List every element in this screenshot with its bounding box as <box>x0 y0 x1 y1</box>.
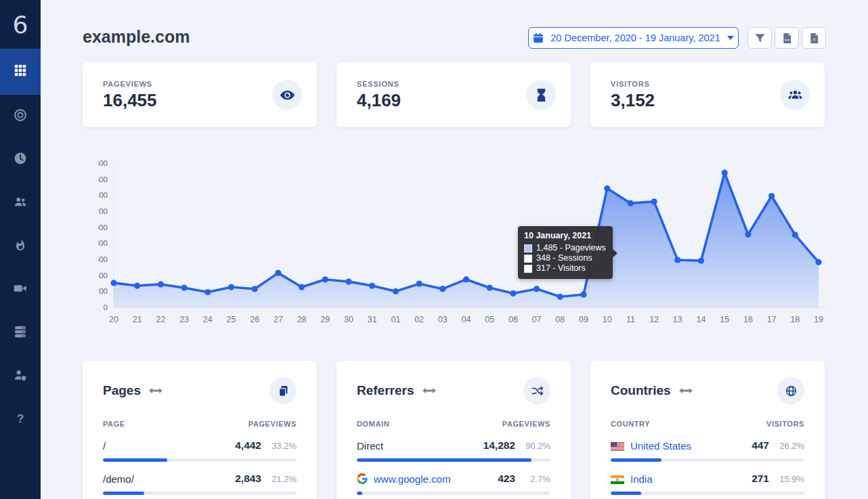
date-range-picker[interactable]: 20 December, 2020 - 19 January, 2021 <box>528 27 739 49</box>
sidebar-item-audience[interactable] <box>0 181 41 225</box>
referrers-action-button[interactable] <box>523 377 550 404</box>
table-row[interactable]: Direct 14,282 90.2% <box>357 439 550 462</box>
svg-text:1,000: 1,000 <box>98 223 108 232</box>
svg-text:csv: csv <box>785 37 790 41</box>
svg-text:17: 17 <box>767 315 777 324</box>
row-value: 423 <box>498 473 515 485</box>
user-shield-icon <box>13 368 28 385</box>
filter-icon <box>754 32 766 44</box>
svg-text:24: 24 <box>203 315 213 324</box>
svg-text:0: 0 <box>104 303 108 311</box>
sidebar-item-dashboard[interactable] <box>0 49 41 95</box>
svg-text:28: 28 <box>297 315 307 324</box>
eye-icon <box>272 80 302 110</box>
svg-text:12: 12 <box>649 315 659 324</box>
sidebar: 6 <box>0 0 41 499</box>
country-link-india[interactable]: India <box>611 473 653 485</box>
table-row[interactable]: India 271 15.9% <box>611 473 804 495</box>
progress-bar <box>357 458 550 462</box>
globe-icon <box>785 385 798 397</box>
filter-button[interactable] <box>747 27 772 49</box>
stat-label: PAGEVIEWS <box>103 80 152 88</box>
table-row[interactable]: /demo/ 2,843 21.2% <box>103 473 297 495</box>
resize-horizontal-icon[interactable] <box>149 387 162 395</box>
svg-text:30: 30 <box>344 315 353 324</box>
table-row[interactable]: / 4,442 33.2% <box>103 439 297 462</box>
svg-text:11: 11 <box>626 315 635 324</box>
page-path: / <box>103 440 106 452</box>
csv-file-icon: csv <box>781 32 793 44</box>
svg-text:29: 29 <box>320 315 330 324</box>
sidebar-item-recordings[interactable] <box>0 268 41 311</box>
flame-icon <box>13 238 28 255</box>
svg-text:1,600: 1,600 <box>98 175 108 183</box>
row-percent: 21.2% <box>261 474 297 484</box>
sidebar-item-time[interactable] <box>0 138 41 181</box>
row-value: 2,843 <box>235 473 261 485</box>
row-percent: 33.2% <box>261 441 297 451</box>
sidebar-item-heatmaps[interactable] <box>0 225 41 268</box>
referrers-panel: Referrers DOMAIN PAGEVIEWS <box>337 361 571 499</box>
pages-action-button[interactable] <box>269 377 297 404</box>
resize-horizontal-icon[interactable] <box>679 387 693 395</box>
progress-bar <box>103 458 297 462</box>
tooltip-row-sessions: 348 - Sessions <box>524 253 606 263</box>
india-flag-icon <box>611 475 624 483</box>
stat-card-visitors: VISITORS 3,152 <box>590 62 825 127</box>
stat-card-sessions: SESSIONS 4,169 <box>337 62 571 127</box>
svg-text:02: 02 <box>414 315 424 324</box>
sidebar-item-goals[interactable] <box>0 95 41 138</box>
sidebar-item-account[interactable] <box>0 355 41 398</box>
column-header: PAGE <box>103 420 125 428</box>
svg-text:26: 26 <box>250 315 259 324</box>
sidebar-item-help[interactable]: ? <box>0 398 41 441</box>
pages-panel: Pages PAGE PAGEVIEWS / 4,442 <box>83 361 317 499</box>
svg-text:03: 03 <box>438 315 448 324</box>
users-icon <box>13 194 28 212</box>
progress-bar <box>103 492 297 495</box>
google-favicon <box>357 473 368 484</box>
column-header: PAGEVIEWS <box>502 420 550 428</box>
referrer-domain-link[interactable]: www.google.com <box>357 473 450 485</box>
chevron-down-icon <box>727 36 734 40</box>
table-row[interactable]: United States 447 26.2% <box>611 439 804 462</box>
svg-text:06: 06 <box>508 315 518 324</box>
row-percent: 26.2% <box>769 441 804 451</box>
referrer-domain-text: www.google.com <box>374 473 450 485</box>
clock-icon <box>13 151 28 169</box>
progress-bar <box>611 492 804 495</box>
svg-text:01: 01 <box>391 315 400 324</box>
target-icon <box>13 108 28 125</box>
row-percent: 15.9% <box>769 474 804 484</box>
traffic-chart[interactable]: 02004006008001,0001,2001,4001,6001,80020… <box>98 154 829 330</box>
referrer-domain: Direct <box>357 440 383 452</box>
stat-value: 16,455 <box>103 90 157 111</box>
stat-value: 4,169 <box>357 90 401 111</box>
column-header: VISITORS <box>766 420 804 428</box>
stat-value: 3,152 <box>611 90 655 111</box>
column-header: DOMAIN <box>357 420 389 428</box>
svg-text:16: 16 <box>743 315 753 324</box>
date-range-text: 20 December, 2020 - 19 January, 2021 <box>550 32 720 43</box>
row-percent: 2.7% <box>515 474 550 484</box>
shuffle-icon <box>531 385 544 397</box>
row-value: 447 <box>752 439 769 452</box>
resize-horizontal-icon[interactable] <box>422 387 436 395</box>
country-name: United States <box>630 440 691 452</box>
tooltip-text: 1,485 - Pageviews <box>536 243 606 253</box>
country-link-us[interactable]: United States <box>611 440 691 452</box>
app-logo[interactable]: 6 <box>0 0 41 49</box>
country-name: India <box>630 473 653 485</box>
export-csv-button[interactable]: csv <box>775 27 799 49</box>
svg-text:20: 20 <box>109 315 118 324</box>
svg-text:25: 25 <box>227 315 236 324</box>
export-pdf-button[interactable]: λ <box>802 27 826 49</box>
sidebar-item-servers[interactable] <box>0 311 41 355</box>
server-icon <box>13 324 28 342</box>
countries-action-button[interactable] <box>777 377 804 404</box>
svg-text:13: 13 <box>673 315 682 324</box>
panel-title: Referrers <box>357 383 414 398</box>
area-chart-svg: 02004006008001,0001,2001,4001,6001,80020… <box>98 154 829 330</box>
page-path: /demo/ <box>103 473 134 485</box>
table-row[interactable]: www.google.com 423 2.7% <box>357 473 550 495</box>
